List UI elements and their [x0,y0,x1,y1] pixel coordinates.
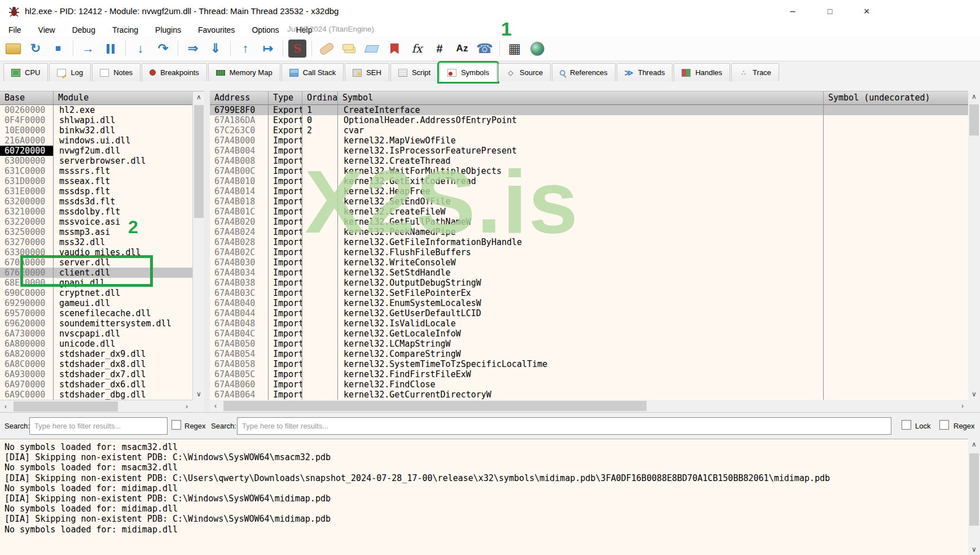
symbol-row[interactable]: 67A4B000 Import kernel32.MapViewOfFile [210,136,968,146]
symbol-name[interactable]: kernel32.CreateFileW [338,207,824,217]
symbol-type[interactable]: Import [269,359,302,369]
module-name[interactable]: nvscpapi.dll [54,329,192,339]
module-base[interactable]: 6A800000 [0,339,54,349]
column-header-undecorated[interactable]: Symbol (undecorated) [824,91,968,104]
symbol-name[interactable]: kernel32.GetLocaleInfoW [338,329,824,339]
hash-icon[interactable]: # [430,39,449,58]
tab-memory-map[interactable]: Memory Map [208,63,280,81]
scroll-left-icon[interactable]: ‹ [0,400,11,413]
module-name[interactable]: scenefilecache.dll [54,308,192,318]
symbol-row[interactable]: 67A4B02C Import kernel32.FlushFileBuffer… [210,247,968,257]
symbol-undecorated[interactable] [824,390,968,400]
module-base[interactable]: 00260000 [0,105,54,115]
symbol-name[interactable]: kernel32.IsProcessorFeaturePresent [338,146,824,156]
execute-till-return-icon[interactable]: ⇒ [183,39,203,58]
symbol-ordinal[interactable] [302,329,338,339]
module-row[interactable]: 631C0000 msssrs.flt [0,166,192,176]
module-name[interactable]: nvwgf2um.dll [54,146,192,156]
symbol-type[interactable]: Import [269,349,302,359]
scroll-thumb[interactable] [14,401,118,412]
module-name[interactable]: msssrs.flt [54,166,192,176]
tab-script[interactable]: Script [390,63,438,81]
run-icon[interactable]: → [78,39,98,58]
module-name[interactable]: mssmp3.asi [54,227,192,237]
tab-call-stack[interactable]: Call Stack [282,63,344,81]
symbol-ordinal[interactable] [302,318,338,329]
symbol-type[interactable]: Import [269,176,302,186]
symbol-name[interactable]: kernel32.CreateThread [338,156,824,166]
symbol-undecorated[interactable] [824,369,968,379]
symbol-row[interactable]: 67A4B010 Import kernel32.GetExitCodeThre… [210,176,968,186]
skip-next-icon[interactable]: ⇓ [206,39,225,58]
symbol-ordinal[interactable] [302,278,338,288]
module-base[interactable]: 631D0000 [0,176,54,186]
call-stack-icon[interactable]: ☎ [475,39,494,58]
labels-icon[interactable] [362,39,381,58]
symbol-name[interactable]: kernel32.FindFirstFileExW [338,369,824,379]
symbol-name[interactable]: kernel32.CompareStringW [338,349,824,359]
module-base[interactable]: 690C0000 [0,288,54,298]
tab-cpu[interactable]: CPU [3,63,48,81]
module-row[interactable]: 63200000 mssds3d.flt [0,196,192,207]
scroll-down-icon[interactable]: ∨ [968,388,980,400]
symbol-undecorated[interactable] [824,105,968,115]
module-base[interactable]: 69620000 [0,318,54,329]
symbol-type[interactable]: Import [269,227,302,237]
symbol-type[interactable]: Import [269,339,302,349]
symbol-address[interactable]: 67A4B00C [210,166,269,176]
symbol-name[interactable]: kernel32.IsValidLocale [338,318,824,329]
symbol-type[interactable]: Import [269,379,302,390]
run-to-user-code-icon[interactable]: ↦ [258,39,278,58]
symbol-row[interactable]: 67C263C0 Export 2 cvar [210,125,968,136]
module-base[interactable]: 69290000 [0,298,54,308]
symbol-undecorated[interactable] [824,227,968,237]
symbol-undecorated[interactable] [824,186,968,196]
modules-regex-checkbox[interactable] [172,420,181,430]
symbols-regex-checkbox[interactable] [939,420,949,430]
scroll-right-icon[interactable]: › [181,400,192,413]
symbol-undecorated[interactable] [824,115,968,125]
module-row[interactable]: 00260000 hl2.exe [0,105,192,115]
symbol-address[interactable]: 67A4B020 [210,217,269,227]
module-base[interactable]: 631C0000 [0,166,54,176]
module-row[interactable]: 670A0000 server.dll [0,257,192,268]
module-base[interactable]: 6A970000 [0,379,54,390]
symbol-name[interactable]: kernel32.SetFilePointerEx [338,288,824,298]
scroll-thumb[interactable] [969,453,979,526]
patches-icon[interactable] [317,39,336,58]
column-header-base[interactable]: Base [0,91,54,104]
module-name[interactable]: stdshader_dx7.dll [54,369,192,379]
calculator-icon[interactable]: ▦ [505,39,524,58]
scroll-thumb[interactable] [969,104,979,136]
tab-breakpoints[interactable]: Breakpoints [142,63,207,81]
symbol-address[interactable]: 67A4B04C [210,329,269,339]
module-base[interactable]: 63270000 [0,237,54,247]
tab-notes[interactable]: Notes [92,63,140,81]
symbol-undecorated[interactable] [824,247,968,257]
symbol-type[interactable]: Import [269,217,302,227]
tab-seh[interactable]: SEH [345,63,389,81]
module-name[interactable]: stdshader_dx6.dll [54,379,192,390]
symbol-ordinal[interactable] [302,217,338,227]
symbol-name[interactable]: kernel32.OutputDebugStringW [338,278,824,288]
stop-debuggee-icon[interactable]: ■ [49,39,68,58]
symbol-ordinal[interactable] [302,390,338,400]
module-row[interactable]: 63300000 vaudio_miles.dll [0,247,192,257]
symbol-type[interactable]: Import [269,390,302,400]
symbol-row[interactable]: 67A4B020 Import kernel32.GetFullPathName… [210,217,968,227]
symbol-undecorated[interactable] [824,308,968,318]
module-base[interactable]: 60720000 [0,146,54,156]
symbol-address[interactable]: 67A4B03C [210,288,269,298]
menu-item[interactable]: Favourites [190,23,243,37]
scroll-left-icon[interactable]: ‹ [210,400,221,412]
column-header-address[interactable]: Address [210,91,269,104]
module-row[interactable]: 69620000 soundemittersystem.dll [0,318,192,329]
symbol-undecorated[interactable] [824,207,968,217]
symbol-name[interactable]: kernel32.LCMapStringW [338,339,824,349]
symbol-row[interactable]: 67A4B030 Import kernel32.WriteConsoleW [210,257,968,268]
symbol-row[interactable]: 67A4B00C Import kernel32.WaitForMultiple… [210,166,968,176]
log-vertical-scrollbar[interactable]: ∧ ∨ [968,439,980,555]
symbol-name[interactable]: kernel32.EnumSystemLocalesW [338,298,824,308]
symbol-ordinal[interactable]: 2 [302,125,338,136]
menu-item[interactable]: Tracing [104,23,147,37]
